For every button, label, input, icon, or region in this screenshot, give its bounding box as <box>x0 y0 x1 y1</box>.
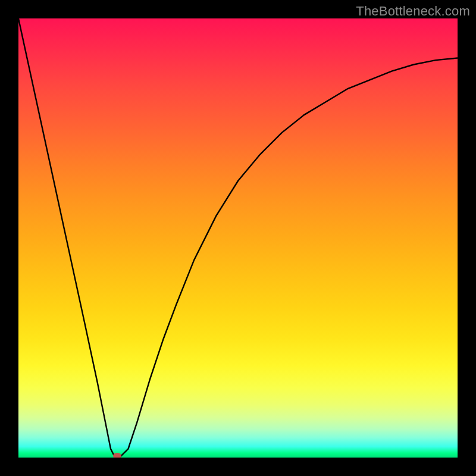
watermark-text: TheBottleneck.com <box>356 4 470 19</box>
curve-svg <box>18 18 458 458</box>
chart-frame: TheBottleneck.com <box>0 0 476 476</box>
bottleneck-curve <box>18 18 458 458</box>
optimal-point-marker <box>113 453 121 458</box>
plot-area <box>18 18 458 458</box>
